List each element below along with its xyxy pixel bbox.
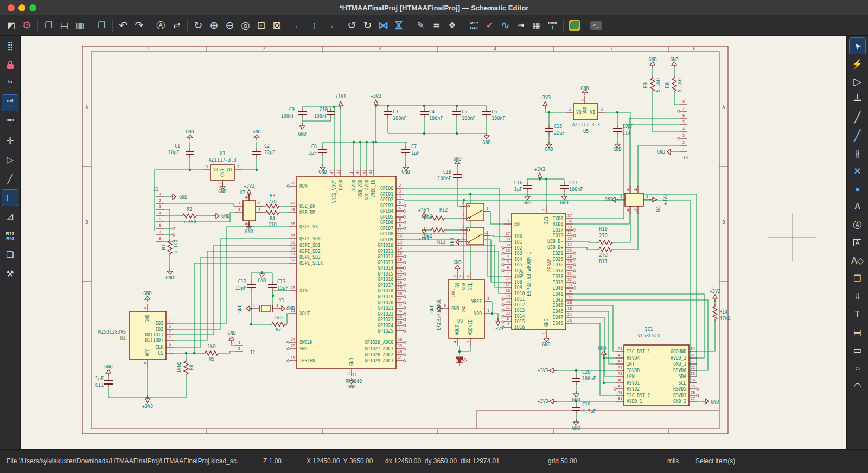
symbol-U7[interactable]: 136452 xyxy=(235,193,263,228)
plot-icon[interactable]: ▥ xyxy=(72,17,88,33)
resistor[interactable] xyxy=(184,359,188,375)
units-inches-icon[interactable]: in↔ xyxy=(2,76,18,92)
rotate-ccw-icon[interactable]: ↺ xyxy=(344,17,360,33)
pcb-editor-icon[interactable] xyxy=(566,17,582,33)
zoom-fit-icon[interactable]: ◎ xyxy=(238,17,253,33)
rectangle-icon[interactable]: ▭ xyxy=(850,342,865,358)
save-icon[interactable]: ◩ xyxy=(3,17,19,33)
nav-back-icon[interactable]: ← xyxy=(291,17,307,33)
capacitor[interactable] xyxy=(545,125,553,135)
capacitor[interactable] xyxy=(572,375,580,385)
schematic-drawing[interactable]: 123456AABB26RUN47USB_DP46USB_DM56QSPI_SS… xyxy=(21,36,846,449)
settings-icon[interactable]: ⚙ xyxy=(19,17,35,33)
symbol-SW2[interactable]: 231 xyxy=(460,225,490,245)
symbol-editor-icon[interactable]: ✎ xyxy=(413,17,429,33)
zoom-selection-icon[interactable]: ⊠ xyxy=(269,17,285,33)
symbol-library-browser-icon[interactable]: ≣ xyxy=(429,17,444,33)
simulator-icon[interactable]: ∿ xyxy=(497,17,513,33)
redo-icon[interactable]: ↷ xyxy=(131,17,147,33)
capacitor[interactable] xyxy=(420,108,429,118)
textbox-icon[interactable]: ▤ xyxy=(850,324,865,340)
resistor[interactable] xyxy=(264,204,281,208)
symbol-U1[interactable]: 26RUN47USB_DP46USB_DM56QSPI_SS53QSPI_SD0… xyxy=(289,169,404,376)
find-replace-icon[interactable]: ⇄ xyxy=(169,17,184,33)
scripting-console-icon[interactable]: >_ xyxy=(588,17,604,33)
hierarchical-sheet-icon[interactable]: ❐ xyxy=(850,271,865,286)
resistor[interactable] xyxy=(429,228,446,232)
capacitor[interactable] xyxy=(482,108,491,118)
capacitor[interactable] xyxy=(572,404,580,414)
resistor[interactable] xyxy=(270,322,287,327)
place-power-port-icon[interactable]: ╧ xyxy=(850,92,865,107)
symbol-U6[interactable]: 253146 xyxy=(617,186,651,214)
print-icon[interactable]: ▤ xyxy=(56,17,72,33)
zoom-objects-icon[interactable]: ⊡ xyxy=(253,17,269,33)
select-tool-icon[interactable]: ➤ xyxy=(850,38,865,54)
erc-icon[interactable]: ✔ xyxy=(482,17,497,33)
line-mode-hv-icon[interactable]: ∟ xyxy=(2,190,18,206)
resistor[interactable] xyxy=(181,214,198,218)
capacitor[interactable] xyxy=(613,125,622,135)
hierarchical-label-icon[interactable]: A◇ xyxy=(850,253,865,269)
paste-icon[interactable]: ❒ xyxy=(94,17,110,33)
bom-icon[interactable]: bom↥ xyxy=(545,17,560,33)
capacitor[interactable] xyxy=(268,281,277,291)
symbol-U4[interactable]: 7IO33IO22DO(IO1)5DI(IO0)6CLK1CS4GND8VCC xyxy=(130,304,174,367)
bus-entry-icon[interactable]: ∦ xyxy=(850,145,865,161)
grid-lock-icon[interactable] xyxy=(2,57,18,73)
resistor[interactable] xyxy=(713,304,717,321)
capacitor[interactable] xyxy=(523,182,532,192)
resistor[interactable] xyxy=(650,76,655,92)
mirror-horizontal-icon[interactable]: ⋈ xyxy=(375,17,391,33)
refresh-icon[interactable]: ↻ xyxy=(190,17,206,33)
tools-icon[interactable]: ⚒ xyxy=(2,266,18,282)
highlight-net-icon[interactable]: ⚡ xyxy=(850,56,865,72)
line-mode-free-icon[interactable]: ╱ xyxy=(2,171,18,187)
capacitor[interactable] xyxy=(252,148,261,158)
resistor[interactable] xyxy=(672,76,676,92)
maximize-button[interactable] xyxy=(29,4,36,11)
nav-up-icon[interactable]: ↑ xyxy=(307,17,322,33)
cursor-shape-icon[interactable]: ✛ xyxy=(2,133,18,149)
symbol-fields-table-icon[interactable]: ▦ xyxy=(529,17,545,33)
hierarchy-navigator-icon[interactable]: ❏ xyxy=(2,247,18,263)
global-label-icon[interactable]: A xyxy=(850,235,865,251)
net-label-icon[interactable]: A xyxy=(850,199,865,215)
circle-icon[interactable]: ○ xyxy=(850,360,865,376)
capacitor[interactable] xyxy=(247,281,256,291)
capacitor[interactable] xyxy=(298,108,307,118)
draw-wire-icon[interactable]: ╱ xyxy=(850,110,865,125)
capacitor[interactable] xyxy=(186,148,194,158)
units-mils-icon[interactable]: mil↔ xyxy=(2,95,18,111)
units-mm-icon[interactable]: mm↔ xyxy=(2,114,18,130)
minimize-button[interactable] xyxy=(18,4,25,11)
nav-forward-icon[interactable]: → xyxy=(322,17,338,33)
connector-J1[interactable]: 12345678 xyxy=(156,192,164,241)
capacitor[interactable] xyxy=(104,378,113,387)
hidden-pins-icon[interactable]: ▷ xyxy=(2,152,18,168)
capacitor[interactable] xyxy=(452,108,461,118)
resistor[interactable] xyxy=(203,351,220,355)
annotate-icon[interactable]: R??R42 xyxy=(466,17,482,33)
symbol-SW1[interactable]: 231 xyxy=(460,201,490,221)
resistor[interactable] xyxy=(597,247,614,252)
laser-diode[interactable] xyxy=(456,357,467,366)
net-class-directive-icon[interactable]: Ⓐ xyxy=(850,217,865,233)
undo-icon[interactable]: ↶ xyxy=(116,17,131,33)
symbol-IC1[interactable]: A1I2C_RST_1A2RSVD4A3INTA4IOVDDA5LPNA6RSV… xyxy=(616,345,697,406)
close-button[interactable] xyxy=(8,4,15,11)
text-icon[interactable]: T xyxy=(850,306,865,322)
capacitor[interactable] xyxy=(401,146,410,156)
symbol-U5[interactable]: 2VO3VI1GND xyxy=(566,96,605,120)
schematic-canvas[interactable]: 123456AABB26RUN47USB_DP46USB_DM56QSPI_SS… xyxy=(21,36,846,449)
capacitor[interactable] xyxy=(318,146,327,156)
arc-icon[interactable]: ◠ xyxy=(850,378,865,394)
junction-icon[interactable]: ● xyxy=(850,181,865,197)
footprint-editor-icon[interactable]: ❖ xyxy=(444,17,460,33)
zoom-out-icon[interactable]: ⊖ xyxy=(222,17,238,33)
symbol-U8[interactable]: 8GND2VREF1VDD5A07SDA6SCL4VOUT3VSENSE xyxy=(441,272,492,346)
connector-J2[interactable]: 12 xyxy=(235,341,243,351)
resistor[interactable] xyxy=(597,240,614,245)
mirror-vertical-icon[interactable]: ⋈ xyxy=(391,17,407,33)
capacitor[interactable] xyxy=(560,182,569,192)
